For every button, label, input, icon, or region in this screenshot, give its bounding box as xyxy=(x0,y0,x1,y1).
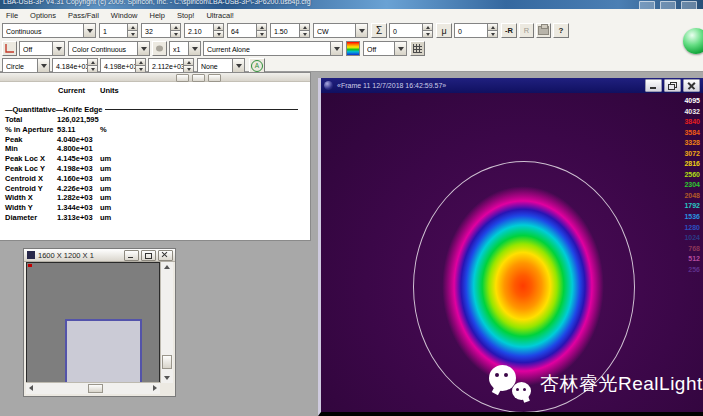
chevron-down-icon xyxy=(355,24,367,37)
print-button[interactable] xyxy=(536,23,551,38)
beam-canvas: 4095403238403584332830722816256023042048… xyxy=(321,93,703,412)
spin-down-icon[interactable] xyxy=(213,30,223,37)
preview-title-bar[interactable]: 1600 X 1200 X 1 xyxy=(24,249,175,262)
subtract-reference-button[interactable]: -R xyxy=(501,23,517,38)
watermark-text: 杏林睿光RealLight xyxy=(540,371,703,397)
stats-row: Total126,021,595 xyxy=(0,115,310,125)
menu-item-options[interactable]: Options xyxy=(24,11,62,20)
spin-down-icon[interactable] xyxy=(422,30,432,37)
restore-button[interactable] xyxy=(664,79,681,92)
average-button[interactable]: μ xyxy=(436,23,452,38)
cursor-tool-button[interactable] xyxy=(2,41,17,56)
colorbar-label: 512 xyxy=(684,254,700,265)
colorbar-label: 4032 xyxy=(684,107,700,118)
overlay-value: None xyxy=(201,62,231,69)
grid-button[interactable] xyxy=(410,41,425,56)
zoom-select[interactable]: x1 xyxy=(169,41,201,56)
stat-value: 1.344e+03 xyxy=(57,203,93,212)
spin-down-icon[interactable] xyxy=(487,30,497,37)
stat-label: % in Aperture xyxy=(5,125,53,134)
stat-label: Peak Loc Y xyxy=(5,164,45,173)
preview-title: 1600 X 1200 X 1 xyxy=(38,251,94,260)
gain-spinner[interactable]: 64 xyxy=(227,23,267,38)
cursor-mode-select[interactable]: Off xyxy=(19,41,65,56)
scroll-thumb[interactable] xyxy=(88,384,103,393)
brush-icon xyxy=(155,44,164,53)
average-count-value: 0 xyxy=(458,27,462,34)
scroll-thumb[interactable] xyxy=(162,355,172,369)
origin-marker xyxy=(28,264,32,267)
close-button[interactable] xyxy=(681,1,697,9)
chevron-down-icon xyxy=(83,24,95,37)
trigger-select[interactable]: CW xyxy=(313,23,368,38)
aperture-x-spinner[interactable]: 4.184e+03 xyxy=(52,58,98,73)
sum-count-spinner[interactable]: 0 xyxy=(389,23,433,38)
display-mode-select[interactable]: Current Alone xyxy=(203,41,343,56)
spin-down-icon[interactable] xyxy=(299,30,309,37)
grid-mode-select[interactable]: Off xyxy=(363,41,407,56)
minimize-button[interactable] xyxy=(176,74,189,82)
aperture-y-spinner[interactable]: 4.198e+03 xyxy=(100,58,146,73)
spin-down-icon[interactable] xyxy=(183,65,193,72)
stat-units: um xyxy=(100,154,111,163)
minimize-button[interactable] xyxy=(639,1,655,9)
horizontal-scrollbar[interactable] xyxy=(26,382,160,394)
sum-button[interactable]: Σ xyxy=(371,23,387,38)
aperture-diameter-spinner[interactable]: 2.112e+03 xyxy=(148,58,194,73)
context-help-button[interactable]: ? xyxy=(553,23,569,38)
spin-down-icon[interactable] xyxy=(87,65,97,72)
frame-count-spinner[interactable]: 32 xyxy=(141,23,181,38)
exposure-spinner[interactable]: 2.10 xyxy=(184,23,224,38)
colorbar-label: 4095 xyxy=(684,96,700,107)
menu-item-help[interactable]: Help xyxy=(143,11,170,20)
menu-item-stop[interactable]: Stop! xyxy=(171,11,201,20)
capture-mode-select[interactable]: Continuous xyxy=(2,23,96,38)
column-header-current: Current xyxy=(58,86,85,95)
minimize-button[interactable] xyxy=(124,250,139,261)
menu-item-passfail[interactable]: Pass/Fail xyxy=(62,11,105,20)
close-button[interactable] xyxy=(158,250,173,261)
minimize-button[interactable] xyxy=(645,79,662,92)
angle-cursor-icon xyxy=(4,43,15,54)
watermark: 杏林睿光RealLight xyxy=(489,365,703,402)
close-button[interactable] xyxy=(683,79,700,92)
palette-preview-icon[interactable] xyxy=(346,41,360,56)
vertical-scrollbar[interactable] xyxy=(160,262,173,383)
scroll-up-icon[interactable] xyxy=(162,262,172,272)
sum-count-value: 0 xyxy=(393,27,397,34)
menu-item-file[interactable]: File xyxy=(0,11,24,20)
overlay-select[interactable]: None xyxy=(197,58,245,73)
scroll-left-icon[interactable] xyxy=(26,383,36,393)
chevron-down-icon xyxy=(188,42,200,55)
aperture-shape-select[interactable]: Circle xyxy=(2,58,50,73)
maximize-button[interactable] xyxy=(660,1,676,9)
scroll-down-icon[interactable] xyxy=(162,373,172,383)
chevron-down-icon xyxy=(137,42,149,55)
spin-down-icon[interactable] xyxy=(170,30,180,37)
menu-item-ultracal[interactable]: Ultracal! xyxy=(200,11,240,20)
average-count-spinner[interactable]: 0 xyxy=(454,23,498,38)
spin-down-icon[interactable] xyxy=(127,30,137,37)
pan-tool-button[interactable] xyxy=(152,41,167,56)
stat-value: 4.145e+03 xyxy=(57,154,93,163)
zoom-value: x1 xyxy=(173,45,187,52)
setpoint-spinner[interactable]: 1.50 xyxy=(270,23,310,38)
stats-row: Width Y1.344e+03um xyxy=(0,203,310,213)
stat-label: Peak xyxy=(5,135,23,144)
stat-label: Centroid X xyxy=(5,174,43,183)
palette-select[interactable]: Color Continuous xyxy=(68,41,150,56)
maximize-button[interactable] xyxy=(192,74,205,82)
spin-down-icon[interactable] xyxy=(135,65,145,72)
menu-item-window[interactable]: Window xyxy=(105,11,144,20)
stat-value: 126,021,595 xyxy=(57,115,99,124)
close-button[interactable] xyxy=(208,74,221,82)
stats-title-bar[interactable] xyxy=(0,73,310,82)
reference-button[interactable]: R xyxy=(519,23,534,38)
beam-title-bar[interactable]: «Frame 11 12/7/2018 16:42:59.57» xyxy=(321,78,703,93)
maximize-button[interactable] xyxy=(141,250,156,261)
scroll-right-icon[interactable] xyxy=(150,383,160,393)
auto-aperture-button[interactable]: A xyxy=(249,58,265,73)
frame-interval-spinner[interactable]: 1 xyxy=(99,23,138,38)
spin-down-icon[interactable] xyxy=(256,30,266,37)
roi-rectangle[interactable] xyxy=(65,319,142,383)
